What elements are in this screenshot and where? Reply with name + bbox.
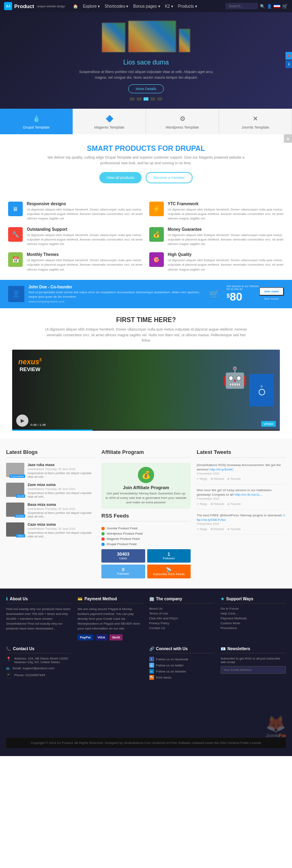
payment-icon: 💳 bbox=[77, 597, 82, 601]
connect-rss[interactable]: 📡 RSS feeds bbox=[149, 675, 215, 680]
tweet-retweet-0[interactable]: ♻ Retweet bbox=[210, 477, 224, 481]
dot-3[interactable] bbox=[150, 97, 155, 101]
become-member-button[interactable]: Become a member bbox=[146, 172, 193, 183]
tweet-text-2: The best FREE @WordPress Sitemap plugins… bbox=[197, 513, 286, 522]
video-progress[interactable] bbox=[12, 430, 280, 431]
footer-company-about[interactable]: About Us bbox=[149, 607, 215, 610]
cart-icon[interactable]: 🛒 bbox=[282, 4, 288, 9]
nav-bonus[interactable]: Bonus pages ▾ bbox=[133, 4, 160, 9]
affiliate-join-text: Get paid immediately! Money Back Guarant… bbox=[105, 491, 187, 505]
logo[interactable]: SJ Product unique website design bbox=[4, 2, 65, 10]
play-button[interactable]: ▶ bbox=[16, 415, 28, 427]
dot-4[interactable] bbox=[157, 97, 162, 101]
footer-company-terms[interactable]: Terms of Use bbox=[149, 612, 215, 615]
quality-icon: 🎯 bbox=[149, 252, 164, 267]
rss-btn[interactable]: 📡 Subscribe RSS Feeds bbox=[147, 565, 191, 578]
footer-support-custom[interactable]: Custom Work bbox=[221, 621, 286, 625]
facebook-btn[interactable]: 30403 Likes bbox=[101, 549, 145, 563]
scroll-up-button[interactable]: ▲ bbox=[284, 134, 292, 143]
footer-about-title: ℹ About Us bbox=[6, 597, 71, 604]
ytc-icon: ⚡ bbox=[149, 202, 164, 216]
dot-1[interactable] bbox=[137, 97, 142, 101]
three-col-section: Latest Blogs 8 comments Jaze ruka mase s… bbox=[0, 439, 292, 589]
blog-excerpt-2: Suspendisse at libero porttitor nisl ali… bbox=[28, 511, 95, 518]
footer-payment: 💳 Payment Method We are using secure Pay… bbox=[77, 597, 143, 640]
tweet-link-0[interactable]: http://ht.ly/EnMC bbox=[210, 468, 234, 471]
video-progress-fill bbox=[12, 430, 92, 431]
search-icon[interactable]: 🔍 bbox=[260, 4, 265, 9]
footer-about: ℹ About Us Find out exactly why our prod… bbox=[6, 597, 71, 640]
view-all-button[interactable]: View all products bbox=[99, 172, 142, 183]
tweet-reply-2[interactable]: ↩ Reply bbox=[197, 527, 207, 531]
tab-joomla[interactable]: ✕ Joomla Template bbox=[219, 109, 292, 134]
android-figure: 🤖 bbox=[222, 366, 247, 389]
banner-name: John Doe - Co-founder bbox=[28, 285, 205, 289]
tweet-retweet-1[interactable]: ♻ Retweet bbox=[210, 502, 224, 506]
more-details-button[interactable]: More Details bbox=[128, 84, 164, 93]
blog-comments-3: +5621 bbox=[16, 534, 25, 537]
join-now-button[interactable]: Join now! bbox=[259, 287, 284, 296]
footer-company-contact[interactable]: Contact Us bbox=[149, 626, 215, 630]
tweet-retweet-2[interactable]: ♻ Retweet bbox=[210, 527, 224, 531]
blog-comments-0: 8 comments bbox=[9, 475, 25, 478]
footer-lower: 📞 Contact Us 📍 Address: 104, AB Diana St… bbox=[6, 647, 286, 738]
first-time-desc: Ut dignissim aliquet nibh tristique hend… bbox=[45, 327, 247, 344]
tweet-link-1[interactable]: http://on.fb.me/1L... bbox=[235, 493, 263, 496]
banner-quote: Sed ut perspiciatis unde omnis iste natu… bbox=[28, 290, 205, 299]
header: SJ Product unique website design 🏠 Explo… bbox=[0, 0, 292, 12]
dot-0[interactable] bbox=[130, 97, 135, 101]
tweet-reply-1[interactable]: ↩ Reply bbox=[197, 502, 207, 506]
tweet-1: Woo hoo! We got 10 lucky winners in our … bbox=[197, 488, 286, 510]
footer-payment-text: We are using secure Paypal & Money-booke… bbox=[77, 607, 143, 631]
joomla-fox-icon: 🦊 bbox=[221, 714, 286, 733]
dot-2[interactable] bbox=[144, 97, 148, 101]
share-btn[interactable]: 📣 bbox=[286, 52, 292, 60]
blog-title-1: Zase miza suma bbox=[28, 483, 95, 487]
tweet-fav-2[interactable]: ★ Favorite bbox=[227, 527, 240, 531]
visa-logo: VISA bbox=[95, 634, 108, 640]
footer-payment-title: 💳 Payment Method bbox=[77, 597, 143, 604]
rss-wordpress-dot bbox=[101, 532, 105, 535]
tab-magento[interactable]: 🔷 Magento Template bbox=[73, 109, 146, 134]
feature-ytc-text: Ut dignissim aliquet nibh tristique hend… bbox=[168, 207, 284, 221]
support-icon: 🔧 bbox=[8, 227, 23, 242]
video-container[interactable]: nexus5 REVIEW 🤖 S◯ ▶ 0:48 / 1:48 vimeo bbox=[12, 350, 280, 431]
smart-products-section: SMART PRODUCTS FOR DRUPAL We deliver top… bbox=[0, 134, 292, 193]
search-input[interactable] bbox=[225, 3, 258, 9]
nav-products[interactable]: Products ▾ bbox=[178, 4, 197, 9]
tab-wordpress[interactable]: ⚙ Wordpress Template bbox=[146, 109, 219, 134]
connect-twitter[interactable]: t Follow us on twitter bbox=[149, 663, 215, 668]
footer-support-promo[interactable]: Promotions bbox=[221, 626, 286, 630]
info-btn[interactable]: ℹ bbox=[286, 60, 292, 68]
affiliate-icon: 💰 bbox=[138, 467, 154, 483]
social-buttons: 30403 Likes 1 Follower 0 Follower 📡 Subs… bbox=[101, 549, 191, 578]
feature-quality: 🎯 High Quality Ut dignissim aliquet nibh… bbox=[149, 252, 284, 272]
connect-linkedin[interactable]: in Follow us on linkedin bbox=[149, 669, 215, 674]
footer-spacer bbox=[77, 647, 143, 738]
tab-drupal[interactable]: 💧 Drupal Template bbox=[0, 109, 73, 134]
twitter-btn[interactable]: 0 Follower bbox=[101, 565, 145, 578]
nav-explore[interactable]: Explore ▾ bbox=[83, 4, 100, 9]
linkedin-btn[interactable]: 1 Follower bbox=[147, 549, 191, 563]
user-icon[interactable]: 👤 bbox=[267, 4, 272, 9]
nav-shortcodes[interactable]: Shortcodes ▾ bbox=[105, 4, 128, 9]
tweet-reply-0[interactable]: ↩ Reply bbox=[197, 477, 207, 481]
blog-item-0: 8 comments Jaze ruka mase smarthddone Th… bbox=[6, 463, 95, 479]
newsletter-input[interactable] bbox=[221, 666, 286, 674]
nav-home[interactable]: 🏠 bbox=[73, 4, 78, 9]
tweet-fav-1[interactable]: ★ Favorite bbox=[227, 502, 240, 506]
rss-count: 📡 bbox=[149, 567, 189, 572]
tweet-fav-0[interactable]: ★ Favorite bbox=[227, 477, 240, 481]
footer-company-privacy[interactable]: Privacy Policy bbox=[149, 621, 215, 625]
footer-support-forum[interactable]: Go to Forum bbox=[221, 607, 286, 610]
email-icon: ✉ bbox=[6, 666, 9, 671]
footer-support-help[interactable]: Help Cent... bbox=[221, 612, 286, 615]
nav-k2[interactable]: K2 ▾ bbox=[165, 4, 173, 9]
tweet-date-0: 4 November 2016 bbox=[197, 472, 286, 476]
connect-facebook[interactable]: f Follow us on facebook bbox=[149, 657, 215, 662]
see-more-link[interactable]: See more! bbox=[264, 297, 279, 301]
banner-price: $80 bbox=[227, 290, 259, 303]
footer-support-payment[interactable]: Payment Methods bbox=[221, 617, 286, 620]
footer-company-club[interactable]: Club Info and FAQ's bbox=[149, 617, 215, 620]
tweet-link-2[interactable]: http://ow.ly/DkEXVias bbox=[197, 513, 285, 522]
